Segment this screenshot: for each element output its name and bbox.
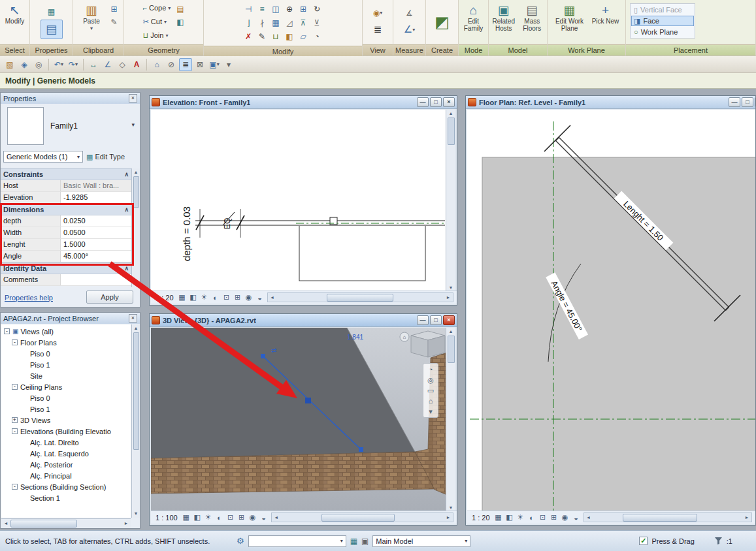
trim-button[interactable]: ⌋ xyxy=(242,16,255,29)
tree-item-alc-posterior[interactable]: Alç. Posterior xyxy=(1,459,131,470)
save-button[interactable]: ◈ xyxy=(18,58,31,71)
delete-button[interactable]: ✗ xyxy=(242,30,255,42)
match-type-button[interactable]: ✎ xyxy=(108,16,120,28)
array-button[interactable]: ▦ xyxy=(270,16,282,29)
crop-region-icon[interactable]: ⊡ xyxy=(222,292,232,303)
aligned-dimension-button[interactable]: ∠ xyxy=(101,58,114,71)
minimize-button[interactable]: — xyxy=(729,97,740,107)
maximize-button[interactable]: □ xyxy=(430,97,442,107)
edit-type-button[interactable]: ▦ Edit Type xyxy=(86,153,125,161)
type-selector-combo[interactable]: Generic Models (1) ▾ xyxy=(3,151,83,163)
expander-icon[interactable]: - xyxy=(12,339,18,345)
tree-item-piso0[interactable]: Piso 0 xyxy=(1,348,131,359)
placement-option-face[interactable]: ◨ Face xyxy=(631,16,694,26)
flip-control-icon[interactable]: ⇄ xyxy=(271,347,276,354)
sun-path-icon[interactable]: ☀ xyxy=(516,512,526,523)
filter-icon[interactable] xyxy=(714,537,723,545)
scroll-left-icon[interactable]: ◄ xyxy=(584,515,593,520)
paste-button[interactable]: ▥ Paste ▾ xyxy=(76,1,107,34)
redo-dropdown-icon[interactable]: ▾ xyxy=(75,61,78,67)
close-hidden-windows-button[interactable]: ⊠ xyxy=(193,58,206,71)
section-button[interactable]: ⊘ xyxy=(165,58,178,71)
text-button[interactable]: A xyxy=(130,58,143,71)
scrollbar-thumb[interactable] xyxy=(133,332,139,450)
scrollbar-thumb[interactable] xyxy=(448,118,455,145)
edit-work-plane-button[interactable]: ▦ Edit Work Plane xyxy=(551,1,588,34)
3d-canvas[interactable]: ⌂ ⇄ 1.841 ◔ ◎ ▭ ⌂ ▾ xyxy=(151,328,447,512)
plan-horizontal-scrollbar[interactable]: ◄ ► xyxy=(583,512,752,522)
match-properties-button[interactable]: ✎ xyxy=(256,30,269,42)
tree-item-ceiling-piso0[interactable]: Piso 0 xyxy=(1,392,131,403)
3d-horizontal-scrollbar[interactable]: ◄ ► xyxy=(271,512,453,522)
visual-style-icon[interactable]: ◧ xyxy=(188,292,199,303)
elevation-titlebar[interactable]: Elevation: Front - Family1 — □ × xyxy=(150,96,457,109)
split-button[interactable]: ∤ xyxy=(256,16,269,29)
measure-qat-button[interactable]: ↔ xyxy=(87,58,100,71)
switch-windows-button[interactable]: ▣▾ xyxy=(208,58,221,71)
properties-palette-toggle[interactable]: ▤ xyxy=(41,20,63,39)
shadows-icon[interactable]: ◐ xyxy=(214,512,225,523)
collapse-chevron-icon[interactable]: ∧ xyxy=(124,265,129,272)
visual-style-icon[interactable]: ◧ xyxy=(504,512,515,523)
design-options-icon[interactable]: ▦ xyxy=(350,537,357,546)
design-option-combo[interactable]: Main Model ▾ xyxy=(372,535,470,547)
scale-control[interactable]: 1 : 20 xyxy=(153,294,176,302)
detail-level-icon[interactable]: ▦ xyxy=(493,512,504,523)
close-button[interactable]: × xyxy=(443,315,455,325)
move-button[interactable]: ⊕ xyxy=(284,3,296,15)
properties-scrollbar[interactable]: ▲ ▼ xyxy=(131,168,140,287)
3d-vertical-scrollbar[interactable]: ▲ ▼ xyxy=(446,328,455,512)
close-button[interactable]: × xyxy=(443,97,455,107)
thin-lines-qat-button[interactable]: ≣ xyxy=(179,58,192,71)
tree-item-elevations[interactable]: -Elevations (Building Elevatio xyxy=(1,426,131,437)
temporary-hide-icon[interactable]: ◉ xyxy=(248,512,258,523)
show-crop-icon[interactable]: ⊞ xyxy=(237,512,247,523)
tree-item-alc-principal[interactable]: Alç. Principal xyxy=(1,470,131,481)
unpin-button[interactable]: ⊻ xyxy=(311,16,323,29)
mass-floors-button[interactable]: ▤ Mass Floors xyxy=(519,1,546,34)
scale-button[interactable]: ◿ xyxy=(284,16,296,29)
steering-wheel-icon[interactable]: ◔ xyxy=(429,366,433,373)
editable-only-icon[interactable]: ▣ xyxy=(361,537,369,546)
redo-button[interactable]: ↷▾ xyxy=(67,58,80,71)
pick-new-button[interactable]: + Pick New xyxy=(589,1,622,27)
detail-level-icon[interactable]: ▦ xyxy=(181,512,191,523)
thin-lines-button[interactable]: ≣ xyxy=(367,21,388,38)
scrollbar-thumb[interactable] xyxy=(623,514,697,522)
collapse-chevron-icon[interactable]: ∧ xyxy=(124,171,129,178)
scale-control[interactable]: 1 : 20 xyxy=(469,514,493,522)
scroll-up-icon[interactable]: ▲ xyxy=(449,328,453,336)
scroll-down-icon[interactable]: ▼ xyxy=(134,279,139,287)
scroll-up-icon[interactable]: ▲ xyxy=(134,324,139,332)
mirror-button[interactable]: ◫ xyxy=(270,3,282,15)
show-crop-icon[interactable]: ⊞ xyxy=(549,512,559,523)
reveal-hidden-icon[interactable]: ◒ xyxy=(255,292,265,303)
shadows-icon[interactable]: ◐ xyxy=(210,292,221,303)
join-geometry-button[interactable]: ⊔ xyxy=(270,30,282,42)
pan-icon[interactable]: ▭ xyxy=(427,386,434,394)
elevation-vertical-scrollbar[interactable]: ▲ ▼ xyxy=(446,110,455,292)
join-button[interactable]: ⊔ Join ▾ xyxy=(141,29,173,42)
pin-button[interactable]: ⊼ xyxy=(297,16,310,29)
crop-region-icon[interactable]: ⊡ xyxy=(538,512,548,523)
scroll-up-icon[interactable]: ▲ xyxy=(134,168,139,176)
scrollbar-thumb[interactable] xyxy=(448,336,455,363)
related-hosts-button[interactable]: ▣ Related Hosts xyxy=(490,1,518,34)
expander-icon[interactable]: - xyxy=(12,428,18,434)
project-browser-close-button[interactable]: × xyxy=(129,314,137,323)
tree-item-alc-lat-direito[interactable]: Alç. Lat. Direito xyxy=(1,437,131,448)
paint-tool-button[interactable]: ◧ xyxy=(284,30,296,42)
depth-value[interactable]: 0.0250 xyxy=(61,215,131,227)
tree-item-ceiling-plans[interactable]: -Ceiling Plans xyxy=(1,381,131,392)
minimize-button[interactable]: — xyxy=(417,315,429,325)
scale-control[interactable]: 1 : 100 xyxy=(153,514,180,522)
tree-item-ceiling-piso1[interactable]: Piso 1 xyxy=(1,403,131,415)
rotate-button[interactable]: ↻ xyxy=(311,3,323,15)
expander-icon[interactable]: - xyxy=(12,484,18,490)
show-crop-icon[interactable]: ⊞ xyxy=(233,292,243,303)
properties-palette-header[interactable]: Properties × xyxy=(1,93,140,104)
scroll-left-icon[interactable]: ◄ xyxy=(1,521,10,526)
offset-button[interactable]: ≡ xyxy=(256,3,269,15)
tree-item-floor-plans[interactable]: -Floor Plans xyxy=(1,337,131,348)
plan-canvas[interactable]: Lenght = 1.50 Angle = 45.00° xyxy=(467,110,756,512)
